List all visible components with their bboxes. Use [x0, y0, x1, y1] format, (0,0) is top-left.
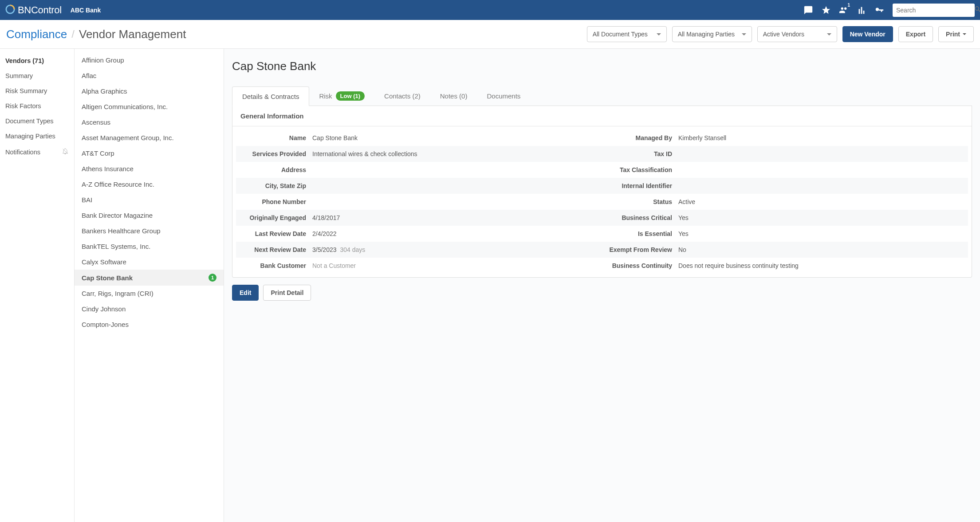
tab-notes[interactable]: Notes (0): [430, 86, 477, 106]
sidebar-item-notifications[interactable]: Notifications: [0, 144, 74, 160]
value-phone: [312, 198, 597, 205]
tab-documents[interactable]: Documents: [477, 86, 530, 106]
filter-document-types[interactable]: All Document Types: [587, 26, 667, 42]
label-exempt: Exempt From Review: [607, 246, 678, 253]
value-essential: Yes: [678, 230, 963, 237]
vendor-item-name: Calyx Software: [82, 258, 126, 266]
value-critical: Yes: [678, 214, 963, 221]
label-services: Services Provided: [241, 150, 312, 157]
value-tax-id: [678, 150, 963, 157]
users-icon[interactable]: 1: [835, 0, 853, 20]
value-next-review-days: 304 days: [340, 246, 366, 253]
vendor-item-name: Carr, Rigs, Ingram (CRI): [82, 290, 153, 297]
sidebar: Vendors (71) Summary Risk Summary Risk F…: [0, 49, 75, 522]
vendor-item[interactable]: Bank Director Magazine: [75, 208, 224, 223]
vendor-item-name: BankTEL Systems, Inc.: [82, 243, 150, 250]
vendor-item[interactable]: BAI: [75, 192, 224, 208]
label-managed-by: Managed By: [607, 134, 678, 141]
chat-icon[interactable]: [799, 0, 817, 20]
vendor-item[interactable]: Altigen Communications, Inc.: [75, 99, 224, 114]
vendor-item[interactable]: Athens Insurance: [75, 161, 224, 177]
vendor-item[interactable]: Carr, Rigs, Ingram (CRI): [75, 286, 224, 301]
vendor-item-name: Asset Management Group, Inc.: [82, 134, 174, 141]
vendor-list: Affinion GroupAflacAlpha GraphicsAltigen…: [75, 49, 224, 522]
label-tax-id: Tax ID: [607, 150, 678, 157]
vendor-item-name: Alpha Graphics: [82, 87, 127, 95]
sidebar-item-managing-parties[interactable]: Managing Parties: [0, 129, 74, 144]
value-last-review: 2/4/2022: [312, 230, 597, 237]
search-box[interactable]: [893, 4, 975, 17]
value-bank-customer: Not a Customer: [312, 262, 597, 269]
label-address: Address: [241, 166, 312, 173]
vendor-item[interactable]: Alpha Graphics: [75, 83, 224, 99]
tab-risk[interactable]: Risk Low (1): [309, 86, 374, 106]
export-button[interactable]: Export: [898, 26, 933, 42]
tab-details[interactable]: Details & Contracts: [232, 86, 309, 106]
chart-bar-icon[interactable]: [853, 0, 870, 20]
value-services: International wires & check collections: [312, 150, 597, 157]
caret-down-icon: [963, 33, 966, 37]
print-button[interactable]: Print: [938, 26, 974, 42]
vendor-item[interactable]: AT&T Corp: [75, 145, 224, 161]
vendor-item-name: Ascensus: [82, 118, 110, 126]
vendor-item[interactable]: Asset Management Group, Inc.: [75, 130, 224, 145]
sidebar-item-document-types[interactable]: Document Types: [0, 114, 74, 129]
new-vendor-button[interactable]: New Vendor: [842, 26, 893, 42]
vendor-item-name: Bank Director Magazine: [82, 212, 153, 219]
label-csz: City, State Zip: [241, 182, 312, 189]
print-detail-button[interactable]: Print Detail: [263, 285, 311, 301]
vendor-item-name: AT&T Corp: [82, 149, 114, 157]
vendor-item[interactable]: Affinion Group: [75, 52, 224, 68]
label-engaged: Originally Engaged: [241, 214, 312, 221]
filter-managing-parties[interactable]: All Managing Parties: [672, 26, 752, 42]
breadcrumb-parent[interactable]: Compliance: [6, 27, 67, 41]
vendor-item-name: Cap Stone Bank: [82, 274, 133, 282]
vendor-item-name: BAI: [82, 196, 92, 204]
value-continuity: Does not require business continuity tes…: [678, 262, 963, 269]
value-status: Active: [678, 198, 963, 205]
value-next-review: 3/5/2023304 days: [312, 246, 597, 253]
sidebar-item-vendors[interactable]: Vendors (71): [0, 53, 74, 68]
vendor-item[interactable]: A-Z Office Resource Inc.: [75, 177, 224, 192]
sidebar-item-summary[interactable]: Summary: [0, 68, 74, 83]
label-bank-customer: Bank Customer: [241, 262, 312, 269]
value-tax-class: [678, 166, 963, 173]
logo-icon: [5, 4, 15, 16]
label-essential: Is Essential: [607, 230, 678, 237]
star-icon[interactable]: [817, 0, 835, 20]
filter-vendor-status[interactable]: Active Vendors: [757, 26, 837, 42]
vendor-item[interactable]: Ascensus: [75, 114, 224, 130]
vendor-item[interactable]: BankTEL Systems, Inc.: [75, 239, 224, 254]
value-managed-by: Kimberly Stansell: [678, 134, 963, 141]
tabs: Details & Contracts Risk Low (1) Contact…: [232, 86, 972, 106]
sidebar-item-risk-factors[interactable]: Risk Factors: [0, 98, 74, 114]
label-phone: Phone Number: [241, 198, 312, 205]
label-next-review: Next Review Date: [241, 246, 312, 253]
vendor-item-name: Compton-Jones: [82, 321, 129, 328]
search-icon: [974, 5, 980, 15]
breadcrumb-sep: /: [71, 28, 75, 40]
vendor-item[interactable]: Aflac: [75, 68, 224, 83]
topbar: BNControl ABC Bank 1: [0, 0, 980, 20]
edit-button[interactable]: Edit: [232, 285, 259, 301]
value-engaged: 4/18/2017: [312, 214, 597, 221]
label-last-review: Last Review Date: [241, 230, 312, 237]
vendor-item[interactable]: Calyx Software: [75, 254, 224, 270]
vendor-item-name: Athens Insurance: [82, 165, 134, 173]
tab-contacts[interactable]: Contacts (2): [374, 86, 430, 106]
sidebar-item-risk-summary[interactable]: Risk Summary: [0, 83, 74, 98]
vendor-item[interactable]: Cindy Johnson: [75, 301, 224, 317]
brand-text: BNControl: [18, 4, 62, 16]
bell-off-icon: [62, 148, 69, 156]
vendor-item[interactable]: Bankers Healthcare Group: [75, 223, 224, 239]
vendor-item[interactable]: Compton-Jones: [75, 317, 224, 332]
vendor-title: Cap Stone Bank: [232, 59, 972, 73]
subheader: Compliance / Vendor Management All Docum…: [0, 20, 980, 49]
key-icon[interactable]: [870, 0, 888, 20]
vendor-item-name: Affinion Group: [82, 56, 124, 64]
search-input[interactable]: [896, 7, 974, 14]
brand-area: BNControl: [5, 4, 62, 16]
vendor-item-name: A-Z Office Resource Inc.: [82, 181, 154, 188]
vendor-item[interactable]: Cap Stone Bank1: [75, 270, 224, 286]
vendor-item-name: Bankers Healthcare Group: [82, 227, 161, 235]
